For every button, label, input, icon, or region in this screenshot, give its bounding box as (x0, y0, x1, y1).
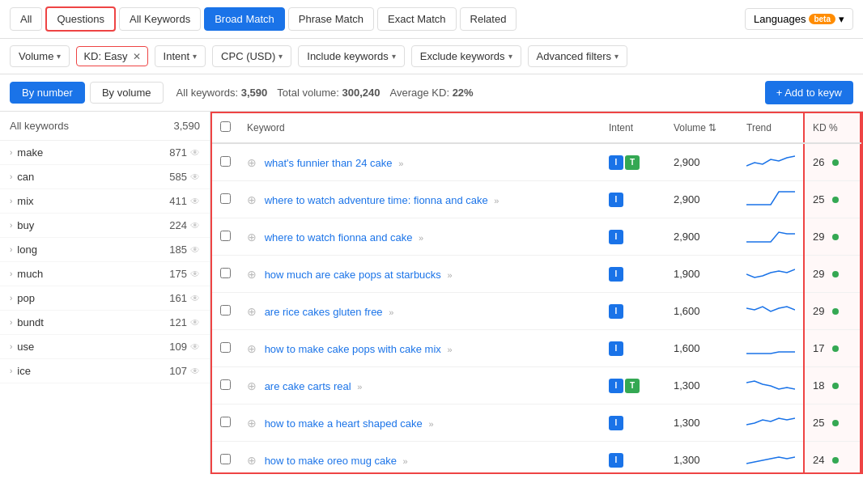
volume-cell: 1,900 (665, 256, 738, 293)
keyword-link[interactable]: how to make a heart shaped cake (265, 417, 423, 430)
exclude-keywords-filter[interactable]: Exclude keywords ▾ (411, 45, 521, 67)
chevron-down-icon: ▾ (57, 52, 61, 61)
intent-badge-i: I (609, 155, 623, 170)
keyword-cell: ⊕ how much are cake pops at starbucks » (239, 256, 601, 293)
expand-arrows-icon[interactable]: » (398, 159, 403, 168)
expand-arrows-icon[interactable]: » (419, 233, 423, 243)
chevron-down-icon: ▾ (392, 52, 396, 61)
sidebar-item[interactable]: › bundt 121 👁 (0, 311, 210, 335)
row-checkbox[interactable] (220, 454, 231, 464)
add-keyword-icon[interactable]: ⊕ (247, 193, 257, 206)
row-checkbox[interactable] (220, 231, 231, 241)
add-keyword-icon[interactable]: ⊕ (247, 231, 257, 244)
sidebar-item[interactable]: › long 185 👁 (0, 238, 210, 262)
intent-cell: I (601, 256, 665, 293)
add-keyword-icon[interactable]: ⊕ (247, 268, 257, 281)
select-all-checkbox[interactable] (220, 121, 231, 132)
kd-close-button[interactable]: ✕ (133, 51, 141, 62)
row-checkbox[interactable] (220, 342, 231, 353)
add-keyword-icon[interactable]: ⊕ (247, 379, 257, 392)
expand-arrows-icon[interactable]: » (494, 196, 499, 205)
intent-badge-i: I (609, 267, 623, 282)
kd-value: 29 (813, 231, 824, 243)
volume-cell: 1,600 (665, 293, 738, 330)
table-header-row: Keyword Intent Volume ⇅ Trend KD % (212, 113, 861, 143)
sidebar-keyword-count: 871 (169, 146, 187, 159)
chevron-right-icon: › (10, 366, 12, 375)
sort-icon[interactable]: ⇅ (708, 122, 716, 133)
keyword-link[interactable]: where to watch fionna and cake (265, 231, 413, 244)
keyword-link[interactable]: how to make oreo mug cake (265, 455, 397, 467)
keyword-link[interactable]: where to watch adventure time: fionna an… (265, 194, 488, 206)
add-keyword-icon[interactable]: ⊕ (247, 305, 257, 318)
by-number-toggle[interactable]: By number (10, 82, 85, 104)
expand-arrows-icon[interactable]: » (357, 382, 362, 392)
sidebar-item[interactable]: › make 871 👁 (0, 141, 210, 165)
sidebar-keyword-text: mix (17, 195, 33, 207)
row-checkbox[interactable] (220, 305, 231, 316)
advanced-filters[interactable]: Advanced filters ▾ (528, 45, 628, 67)
tab-phrase-match[interactable]: Phrase Match (288, 7, 374, 31)
volume-label: Volume (19, 50, 53, 62)
keyword-link[interactable]: what's funnier than 24 cake (265, 157, 393, 169)
row-checkbox[interactable] (220, 379, 231, 390)
kd-status-dot (832, 271, 839, 277)
kd-status-dot (832, 457, 839, 464)
kd-value: 26 (813, 156, 824, 168)
trend-sparkline (746, 300, 795, 320)
row-checkbox[interactable] (220, 193, 231, 204)
keyword-cell: ⊕ how to make cake pops with cake mix » (239, 330, 601, 367)
cpc-filter[interactable]: CPC (USD) ▾ (212, 45, 291, 67)
tab-exact-match[interactable]: Exact Match (377, 7, 457, 31)
tab-broad-match[interactable]: Broad Match (204, 7, 285, 31)
sidebar-item[interactable]: › ice 107 👁 (0, 359, 210, 383)
sidebar-header-label: All keywords (10, 120, 69, 132)
sidebar-keyword-count: 411 (169, 195, 187, 207)
kd-cell: 25 (804, 181, 861, 218)
cpc-label: CPC (USD) (221, 50, 275, 62)
intent-badge-i: I (609, 453, 623, 468)
row-checkbox[interactable] (220, 268, 231, 278)
row-checkbox[interactable] (220, 156, 231, 167)
add-to-keywords-button[interactable]: + Add to keyw (765, 81, 853, 104)
keyword-cell: ⊕ where to watch fionna and cake » (239, 218, 601, 256)
add-keyword-icon[interactable]: ⊕ (247, 342, 257, 355)
volume-filter[interactable]: Volume ▾ (10, 45, 70, 67)
chevron-down-icon: ▾ (508, 52, 512, 61)
keyword-link[interactable]: how to make cake pops with cake mix (265, 343, 441, 355)
sidebar-item[interactable]: › use 109 👁 (0, 335, 210, 359)
advanced-label: Advanced filters (537, 50, 612, 62)
expand-arrows-icon[interactable]: » (447, 270, 452, 280)
by-volume-toggle[interactable]: By volume (90, 82, 164, 104)
keyword-link[interactable]: are rice cakes gluten free (265, 306, 383, 318)
intent-badge-i: I (609, 304, 623, 319)
expand-arrows-icon[interactable]: » (403, 456, 408, 466)
keyword-link[interactable]: are cake carts real (265, 380, 351, 392)
tab-questions[interactable]: Questions (45, 6, 116, 32)
trend-cell (738, 330, 804, 367)
add-keyword-icon[interactable]: ⊕ (247, 156, 257, 169)
sidebar-item[interactable]: › can 585 👁 (0, 165, 210, 189)
kd-value: 18 (813, 379, 824, 392)
tab-all-keywords[interactable]: All Keywords (119, 7, 201, 31)
add-keyword-icon[interactable]: ⊕ (247, 417, 257, 430)
intent-filter[interactable]: Intent ▾ (155, 45, 206, 67)
tab-all[interactable]: All (10, 7, 42, 31)
keyword-cell: ⊕ are cake carts real » (239, 367, 601, 404)
keyword-link[interactable]: how much are cake pops at starbucks (265, 269, 441, 281)
intent-badge-i: I (609, 193, 623, 207)
add-keyword-icon[interactable]: ⊕ (247, 454, 257, 467)
row-checkbox[interactable] (220, 417, 231, 427)
sidebar-keyword-count: 109 (169, 341, 187, 353)
tab-related[interactable]: Related (460, 7, 517, 31)
expand-arrows-icon[interactable]: » (447, 345, 452, 354)
sidebar-item[interactable]: › buy 224 👁 (0, 214, 210, 238)
sidebar-item[interactable]: › mix 411 👁 (0, 189, 210, 214)
expand-arrows-icon[interactable]: » (428, 419, 433, 429)
expand-arrows-icon[interactable]: » (389, 307, 393, 317)
include-keywords-filter[interactable]: Include keywords ▾ (298, 45, 404, 67)
sidebar-item[interactable]: › much 175 👁 (0, 262, 210, 286)
languages-button[interactable]: Languages beta ▾ (745, 8, 853, 30)
trend-cell (738, 404, 804, 442)
sidebar-item[interactable]: › pop 161 👁 (0, 286, 210, 311)
